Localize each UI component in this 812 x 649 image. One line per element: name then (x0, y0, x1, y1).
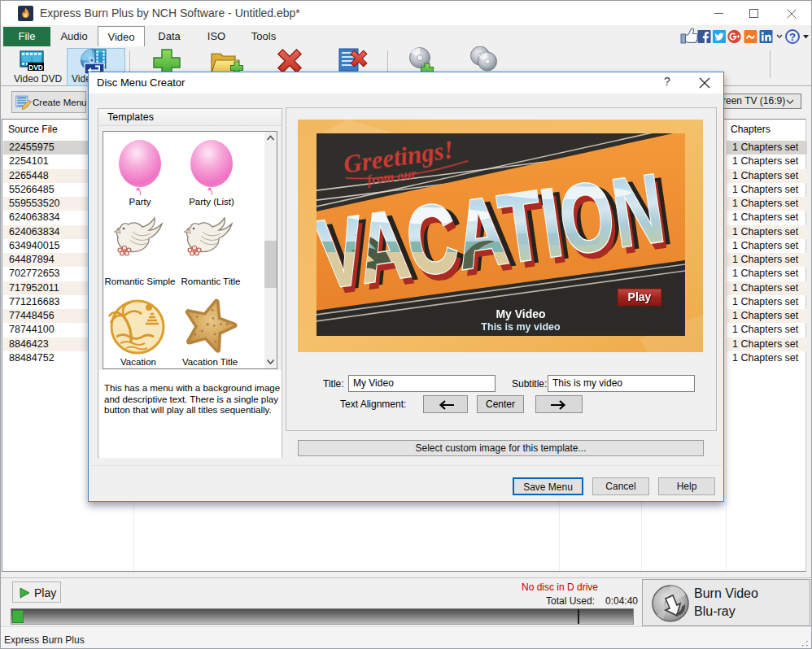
svg-text:Vacation: Vacation (120, 357, 156, 367)
svg-text:?: ? (789, 31, 796, 43)
svg-text:Vacation Title: Vacation Title (182, 357, 238, 367)
svg-text:Party: Party (129, 197, 151, 207)
svg-text:This is my video: This is my video (481, 321, 561, 333)
svg-text:Play: Play (628, 290, 652, 303)
svg-text:DVD: DVD (28, 63, 43, 72)
svg-text:My Video: My Video (495, 307, 545, 320)
svg-text:Party (List): Party (List) (189, 197, 234, 207)
svg-text:Romantic Simple: Romantic Simple (105, 277, 176, 286)
svg-text:Romantic Title: Romantic Title (181, 277, 241, 286)
